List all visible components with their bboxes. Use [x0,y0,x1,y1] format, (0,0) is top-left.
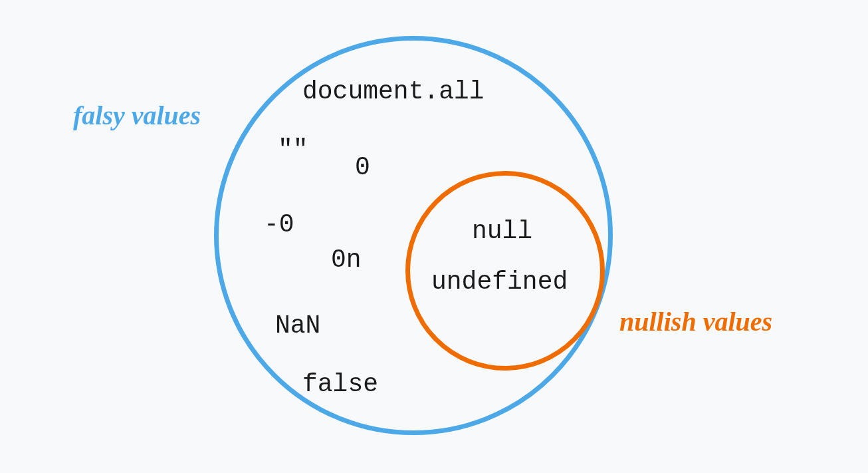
nullish-label: nullish values [619,306,772,337]
value-undefined: undefined [431,267,568,296]
value-nan: NaN [275,311,320,340]
falsy-label: falsy values [73,100,201,131]
venn-diagram: falsy values nullish values document.all… [0,0,868,473]
value-document-all: document.all [302,77,485,106]
value-zero: 0 [355,153,370,182]
value-false: false [302,370,378,398]
value-neg-zero: -0 [264,210,294,239]
value-null: null [472,217,532,245]
value-zero-bigint: 0n [331,245,362,274]
value-empty-string: "" [278,135,308,164]
